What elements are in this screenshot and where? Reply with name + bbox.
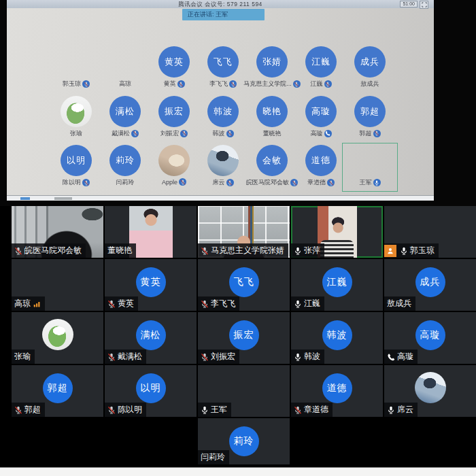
projected-participant: 以明陈以明 [50, 145, 102, 190]
projected-participant: 飞飞李飞飞 [197, 46, 249, 91]
mic-muted-icon [14, 406, 22, 414]
participant-tile[interactable]: 江巍江巍 [291, 259, 383, 311]
participant-label: 皖医马院邓会敏 [246, 178, 298, 187]
avatar: 韩波 [207, 96, 239, 127]
participant-label: 高琼 [99, 80, 151, 88]
projected-participant: 郭超郭超 [344, 96, 396, 141]
participant-tile[interactable]: 黄英黄英 [105, 259, 197, 311]
participant-tile[interactable]: 莉玲闫莉玲 [198, 418, 290, 464]
avatar [354, 145, 386, 176]
participant-tile[interactable]: 皖医马院邓会敏 [12, 206, 103, 258]
projected-participant: 道德章道德 [295, 145, 347, 190]
mic-muted-icon [107, 353, 116, 361]
avatar: 江巍 [305, 46, 337, 78]
participant-name: 郭玉琼 [63, 80, 81, 88]
participant-tile[interactable]: 马克思主义学院张婧 [198, 206, 290, 258]
participant-tile[interactable]: 满松戴满松 [105, 312, 197, 364]
meeting-titlebar-text: 腾讯会议 会议号: 579 211 594 [7, 1, 434, 9]
avatar: 高璇 [415, 320, 445, 350]
mic-muted-icon [201, 247, 209, 255]
avatar: 成兵 [415, 267, 445, 297]
avatar [42, 319, 73, 350]
avatar: 黄英 [158, 46, 190, 78]
participant-label: 刘振宏 [148, 129, 200, 138]
participant-tile[interactable]: 郭玉琼 [384, 206, 476, 258]
participant-name: 章道德 [304, 404, 328, 415]
avatar [228, 372, 260, 403]
participant-tile[interactable]: 张萍 [291, 206, 383, 258]
avatar-initials: 道德 [327, 382, 347, 394]
speaking-banner: 正在讲话: 王军 [182, 9, 265, 20]
projector-screen: 腾讯会议 会议号: 579 211 594 51:00 正在讲话: 王军 郭玉琼… [7, 0, 434, 201]
participant-tile[interactable]: 飞飞李飞飞 [198, 259, 290, 311]
avatar-initials: 郭超 [48, 382, 68, 394]
avatar-initials: 会敏 [262, 154, 282, 167]
participant-tile[interactable]: 道德章道德 [291, 365, 383, 417]
taskbar-tray-icon [54, 197, 72, 200]
participant-label: 陈以明 [105, 403, 146, 417]
participant-tile[interactable]: 席云 [384, 365, 476, 417]
participant-name: 高琼 [14, 298, 31, 309]
avatar-initials: 黄英 [165, 56, 184, 68]
phone-icon [387, 353, 395, 361]
participant-label: 马克思主义学院... [246, 80, 298, 88]
avatar [207, 145, 239, 176]
participant-name: 高璇 [397, 351, 413, 362]
participant-tile[interactable]: 王军 [198, 365, 290, 417]
avatar: 莉玲 [109, 145, 141, 176]
avatar: 振宏 [229, 320, 259, 350]
avatar-initials: 高璇 [420, 329, 441, 341]
participant-tile[interactable]: 以明陈以明 [105, 365, 197, 417]
participant-label: 郭玉琼 [50, 80, 102, 88]
avatar: 以明 [61, 145, 92, 176]
projected-participant: 高琼 [99, 46, 151, 91]
mic-on-icon [400, 247, 408, 255]
participant-tile[interactable]: 成兵敖成兵 [384, 259, 476, 311]
projected-participant: 晓艳董晓艳 [246, 96, 298, 141]
avatar-initials: 以明 [67, 154, 86, 167]
participant-tile[interactable]: 高琼 [12, 259, 103, 311]
avatar-initials: 郭超 [360, 105, 379, 118]
mic-on-icon [294, 247, 302, 255]
phone-icon [324, 130, 332, 137]
participant-name: Apple [162, 179, 177, 186]
participant-name: 张萍 [304, 245, 320, 256]
participant-label: 韩波 [291, 350, 324, 364]
avatar-initials: 飞飞 [234, 276, 254, 288]
participant-tile[interactable]: 郭超郭超 [12, 365, 103, 417]
avatar-initials: 成兵 [420, 276, 441, 288]
avatar: 振宏 [158, 96, 190, 127]
participant-label: 敖成兵 [384, 296, 415, 311]
participant-label: 戴满松 [105, 350, 146, 364]
participant-tile[interactable]: 高璇高璇 [384, 312, 476, 364]
participant-name: 陈以明 [118, 404, 142, 415]
avatar: 满松 [136, 320, 166, 350]
projected-participant: 张瑜 [50, 96, 102, 141]
participant-name: 陈以明 [63, 178, 81, 187]
projected-participant: Apple [148, 145, 200, 190]
participant-label: 张瑜 [12, 350, 35, 364]
participant-name: 董晓艳 [107, 245, 132, 256]
participant-name: 戴满松 [118, 351, 142, 362]
speaking-banner-text: 正在讲话: 王军 [188, 11, 228, 18]
participant-name: 黄英 [118, 298, 134, 309]
mic-muted-icon [107, 300, 116, 308]
participant-tile[interactable]: 韩波韩波 [291, 312, 383, 364]
participant-name: 张瑜 [14, 351, 31, 362]
photo-bottom-edge [0, 467, 476, 476]
meeting-timer: 51:00 [400, 1, 418, 7]
participant-name: 戴满松 [112, 129, 130, 138]
participant-name: 闫莉玲 [116, 178, 135, 187]
avatar [61, 46, 92, 78]
exit-fullscreen-icon [420, 1, 428, 9]
mic-muted-icon [14, 247, 22, 255]
participant-label: 王军 [344, 178, 396, 187]
participant-label: 皖医马院邓会敏 [12, 243, 86, 258]
participant-tile[interactable]: 董晓艳 [105, 206, 197, 258]
participant-name: 高琼 [119, 80, 131, 88]
participant-tile[interactable]: 振宏刘振宏 [198, 312, 290, 364]
participant-label: 高琼 [12, 296, 45, 311]
participant-label: 李飞飞 [197, 80, 249, 88]
participant-tile[interactable]: 张瑜 [12, 312, 103, 364]
participant-label: 戴满松 [99, 129, 151, 138]
